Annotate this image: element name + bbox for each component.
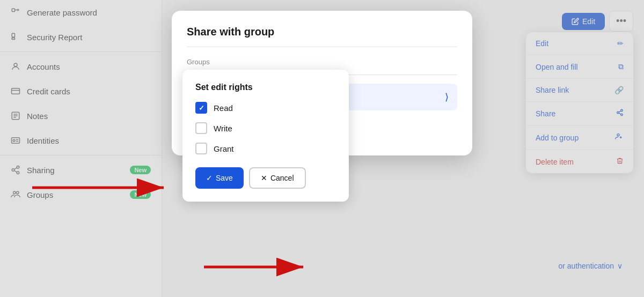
save-checkmark-icon: ✓ <box>206 174 213 182</box>
groups-section-label: Groups <box>187 58 457 66</box>
cancel-x-icon: ✕ <box>261 174 267 182</box>
modal-title: Share with group <box>187 26 457 47</box>
write-label: Write <box>214 124 232 133</box>
arrow-done <box>27 172 177 204</box>
cancel-label: Cancel <box>270 174 294 182</box>
save-label: Save <box>216 174 233 182</box>
grant-label: Grant <box>214 144 234 153</box>
grant-checkbox-row[interactable]: Grant <box>195 143 336 154</box>
sub-panel-title: Set edit rights <box>195 83 336 92</box>
arrow-save <box>199 251 317 283</box>
set-edit-rights-panel: Set edit rights Read Write Grant ✓ Save … <box>182 70 349 202</box>
group-arrow-icon: ⟩ <box>445 91 449 103</box>
sub-panel-actions: ✓ Save ✕ Cancel <box>195 167 336 189</box>
write-checkbox-row[interactable]: Write <box>195 122 336 134</box>
write-checkbox[interactable] <box>195 122 207 134</box>
read-checkbox[interactable] <box>195 102 207 114</box>
read-checkbox-row[interactable]: Read <box>195 102 336 114</box>
read-label: Read <box>214 103 233 113</box>
cancel-button[interactable]: ✕ Cancel <box>249 167 306 189</box>
save-button[interactable]: ✓ Save <box>195 167 244 189</box>
grant-checkbox[interactable] <box>195 143 207 154</box>
